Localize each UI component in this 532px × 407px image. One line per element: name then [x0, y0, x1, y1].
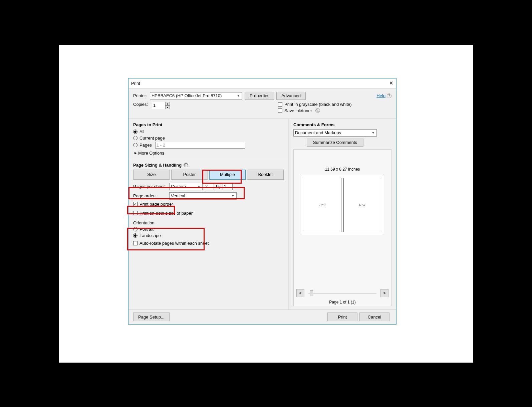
top-controls: Printer: HPBBAEC6 (HP OfficeJet Pro 8710… — [128, 88, 396, 119]
print-border-checkbox[interactable] — [133, 202, 138, 206]
right-pane: Comments & Forms Document and Markups ▼ … — [289, 119, 396, 310]
advanced-button[interactable]: Advanced — [276, 92, 306, 100]
chevron-down-icon: ▼ — [370, 130, 376, 136]
preview-paper: test test — [301, 175, 384, 235]
radio-pages[interactable] — [133, 143, 138, 147]
page-order-select[interactable]: Vertical ▼ — [169, 192, 237, 200]
copies-down-icon[interactable]: ▼ — [165, 106, 170, 109]
radio-portrait[interactable] — [133, 227, 138, 231]
printer-label: Printer: — [133, 93, 147, 98]
close-icon[interactable]: ✕ — [380, 80, 393, 86]
help-icon[interactable]: ? — [387, 93, 391, 98]
pages-to-print-title: Pages to Print — [133, 122, 284, 127]
preview-slider[interactable] — [308, 290, 376, 296]
pages-range-input[interactable] — [155, 142, 245, 149]
preview-page-1: test — [304, 178, 341, 232]
tab-booklet[interactable]: Booklet — [247, 170, 284, 180]
tab-size[interactable]: Size — [133, 170, 170, 180]
copies-label: Copies: — [133, 102, 148, 107]
comments-title: Comments & Forms — [293, 122, 391, 127]
grayscale-checkbox[interactable] — [278, 102, 282, 107]
chevron-down-icon: ▼ — [230, 193, 236, 199]
info-icon[interactable]: ⓘ — [184, 163, 188, 167]
left-pane: Pages to Print All Current page Pages ▶ … — [128, 119, 289, 310]
save-ink-label: Save ink/toner — [284, 108, 312, 113]
preview-page-2: test — [343, 178, 381, 232]
info-icon[interactable]: ⓘ — [315, 108, 320, 113]
titlebar: Print ✕ — [128, 78, 396, 88]
slider-thumb[interactable] — [310, 290, 313, 296]
preview-dimensions: 11.69 x 8.27 Inches — [325, 167, 360, 172]
printer-value: HPBBAEC6 (HP OfficeJet Pro 8710) — [152, 93, 222, 98]
pages-per-sheet-label: Pages per sheet: — [133, 184, 169, 189]
chevron-down-icon: ▼ — [196, 183, 202, 190]
radio-all[interactable] — [133, 130, 138, 134]
grayscale-label: Print in grayscale (black and white) — [284, 102, 352, 107]
radio-landscape[interactable] — [133, 233, 138, 238]
chevron-down-icon: ▼ — [236, 92, 241, 99]
copies-up-icon[interactable]: ▲ — [165, 102, 170, 106]
preview-prev-button[interactable]: < — [296, 289, 304, 297]
pps-cols-input[interactable] — [204, 183, 214, 190]
autorotate-checkbox[interactable] — [133, 241, 138, 245]
more-options-toggle[interactable]: ▶ More Options — [135, 151, 284, 156]
footer: Page Setup... Print Cancel — [128, 310, 396, 324]
pages-per-sheet-select[interactable]: Custom... ▼ — [169, 183, 203, 190]
save-ink-checkbox[interactable] — [278, 109, 282, 113]
comments-select[interactable]: Document and Markups ▼ — [293, 129, 377, 137]
printer-select[interactable]: HPBBAEC6 (HP OfficeJet Pro 8710) ▼ — [150, 92, 242, 99]
page-setup-button[interactable]: Page Setup... — [133, 313, 170, 321]
copies-input[interactable] — [152, 102, 165, 109]
radio-current-page[interactable] — [133, 136, 138, 140]
handling-mode-tabs: Size Poster Multiple Booklet — [133, 170, 284, 180]
orientation-label: Orientation: — [133, 220, 284, 225]
cancel-button[interactable]: Cancel — [359, 313, 389, 321]
help-link[interactable]: Help — [376, 93, 385, 98]
pages-label: Pages — [140, 143, 152, 148]
tab-poster[interactable]: Poster — [171, 170, 208, 180]
duplex-checkbox[interactable] — [133, 211, 138, 215]
triangle-right-icon: ▶ — [135, 151, 137, 155]
pps-rows-input[interactable] — [223, 183, 233, 190]
tab-multiple[interactable]: Multiple — [209, 170, 246, 180]
page-order-label: Page order: — [133, 193, 169, 198]
summarize-comments-button[interactable]: Summarize Comments — [307, 139, 363, 147]
print-dialog: Print ✕ Printer: HPBBAEC6 (HP OfficeJet … — [128, 78, 396, 325]
sizing-title: Page Sizing & Handling — [133, 163, 182, 168]
properties-button[interactable]: Properties — [245, 92, 274, 100]
pps-by-label: by — [216, 184, 221, 189]
print-button[interactable]: Print — [327, 313, 357, 321]
preview-next-button[interactable]: > — [380, 289, 388, 297]
dialog-title: Print — [131, 81, 380, 86]
preview-area: 11.69 x 8.27 Inches test test < > Page 1… — [293, 149, 391, 306]
copies-spinner[interactable]: ▲ ▼ — [152, 102, 170, 109]
preview-page-count: Page 1 of 1 (1) — [294, 300, 391, 304]
